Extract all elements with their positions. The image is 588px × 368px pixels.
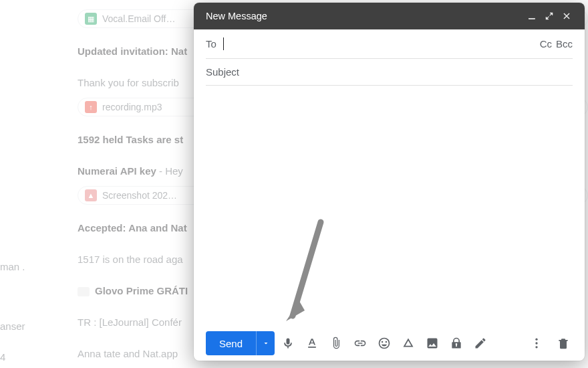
svg-point-3 [535,346,537,348]
chip-label: recording.mp3 [102,102,162,112]
to-field-row: To Cc Bcc [206,29,573,59]
glovo-icon [78,287,90,296]
inbox-row-snippet: - Hey [156,165,183,177]
send-button[interactable]: Send [206,331,256,355]
to-input[interactable] [224,38,536,50]
sheets-icon: ▦ [85,13,97,25]
cc-toggle[interactable]: Cc [540,38,552,50]
confidential-mode-icon[interactable] [446,331,467,355]
image-file-icon: ▲ [85,189,97,201]
compose-title: New Message [206,11,523,21]
to-label: To [206,38,223,50]
attach-file-icon[interactable] [325,331,347,355]
ink-signature-icon[interactable] [470,331,491,355]
bcc-toggle[interactable]: Bcc [556,38,573,50]
sender-fragment: 4 [0,351,5,363]
send-button-label: Send [219,338,243,349]
more-options-icon[interactable] [525,331,549,355]
send-options-button[interactable] [256,331,275,355]
svg-point-1 [535,339,537,341]
close-button[interactable] [558,7,575,25]
compose-window: New Message To Cc Bcc Send [194,3,585,361]
send-split-button: Send [206,331,275,355]
compose-header: New Message [194,3,585,29]
minimize-button[interactable] [523,7,541,25]
insert-photo-icon[interactable] [422,331,443,355]
compose-toolbar: Send [194,326,585,361]
chip-label: Vocal.Email Off… [102,13,175,24]
inbox-row-subject-part: Numerai API key [78,165,156,177]
svg-rect-0 [529,19,535,19]
microphone-icon[interactable] [277,331,299,355]
chip-label: Screenshot 202… [102,190,177,201]
subject-field-row [206,59,573,86]
audio-file-icon: ↑ [85,101,97,113]
sender-fragment: anser [0,320,25,332]
insert-link-icon[interactable] [349,331,371,355]
expand-button[interactable] [541,7,558,25]
emoji-icon[interactable] [374,331,395,355]
message-body[interactable] [194,86,585,326]
subject-input[interactable] [206,66,573,78]
discard-draft-icon[interactable] [551,331,575,355]
inbox-row-subject-text: Glovo Prime GRÁTI [95,285,188,296]
formatting-icon[interactable] [301,331,323,355]
sender-fragment: man . [0,261,25,272]
svg-point-2 [535,342,537,344]
drive-icon[interactable] [398,331,419,355]
